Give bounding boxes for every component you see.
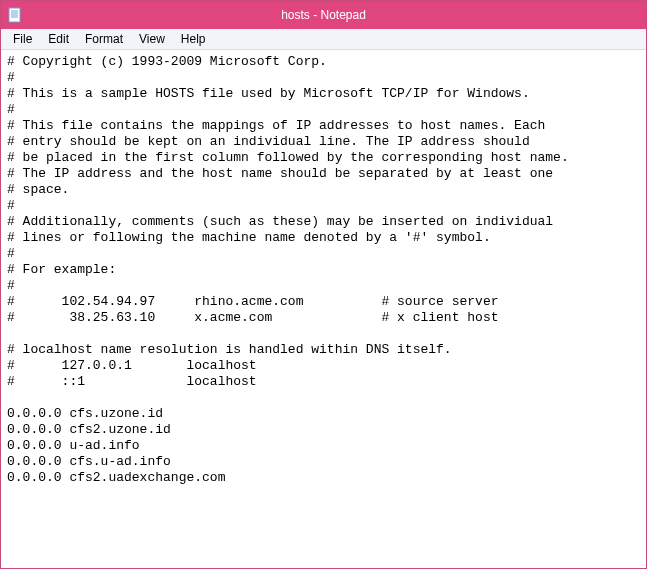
menu-format[interactable]: Format <box>77 30 131 48</box>
menubar: File Edit Format View Help <box>1 29 646 50</box>
menu-view[interactable]: View <box>131 30 173 48</box>
window-title: hosts - Notepad <box>281 8 366 22</box>
menu-help[interactable]: Help <box>173 30 214 48</box>
titlebar[interactable]: hosts - Notepad <box>1 1 646 29</box>
notepad-icon <box>7 7 23 23</box>
notepad-window: hosts - Notepad File Edit Format View He… <box>0 0 647 569</box>
text-editor-area[interactable]: # Copyright (c) 1993-2009 Microsoft Corp… <box>1 50 646 568</box>
menu-file[interactable]: File <box>5 30 40 48</box>
menu-edit[interactable]: Edit <box>40 30 77 48</box>
